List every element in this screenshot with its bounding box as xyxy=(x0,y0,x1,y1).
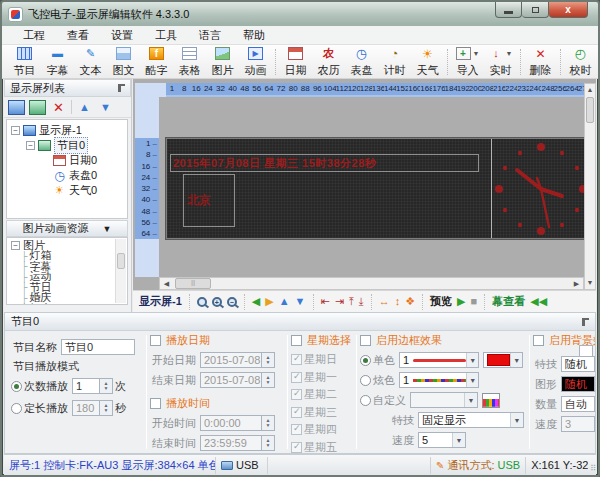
start-date-spinner[interactable]: ▲▼ xyxy=(262,352,275,368)
fixed-length-radio[interactable] xyxy=(11,403,22,414)
vertical-scrollbar[interactable]: ▲ ▼ xyxy=(584,83,596,290)
weather-button[interactable]: 天气 xyxy=(411,46,444,78)
chevron-down-icon[interactable]: ▼ xyxy=(473,50,480,57)
resource-item-灯箱[interactable]: ├灯箱 xyxy=(11,251,127,262)
menu-item-4[interactable]: 语言 xyxy=(188,26,232,45)
align-right-icon[interactable]: ⇥ xyxy=(335,296,344,307)
bg-shape-select[interactable]: 随机 xyxy=(561,376,595,392)
end-date-spinner[interactable]: ▲▼ xyxy=(262,372,275,388)
stretch-vertical-icon[interactable]: ↕ xyxy=(395,296,401,307)
mono-border-select[interactable]: 1 ▼ xyxy=(399,352,479,368)
pin-icon[interactable] xyxy=(582,318,589,326)
end-date-input[interactable]: 2015-07-08 xyxy=(200,372,262,388)
coolfont-button[interactable]: 酷字 xyxy=(140,46,173,78)
weather-item-box[interactable]: 北京 xyxy=(183,174,235,227)
resource-item-运动[interactable]: ├运动 xyxy=(11,272,127,283)
scroll-left-icon[interactable]: ◀ xyxy=(160,278,173,289)
animation-button[interactable]: 动画 xyxy=(239,46,272,78)
border-speed-select[interactable]: 5 ▼ xyxy=(418,432,466,448)
align-bottom-icon[interactable]: ⤓ xyxy=(359,296,364,307)
times-play-radio[interactable] xyxy=(11,381,22,392)
scrollbar-thumb[interactable] xyxy=(117,253,125,269)
move-down-button[interactable] xyxy=(97,100,114,115)
add-program-button[interactable] xyxy=(29,100,46,115)
stretch-full-icon[interactable]: ❖ xyxy=(405,296,415,307)
tree-item-表盘0[interactable]: 表盘0 xyxy=(7,168,127,183)
import-button[interactable]: ▼导入 xyxy=(451,46,484,78)
resource-item-字幕[interactable]: ├字幕 xyxy=(11,261,127,272)
zoom-in-icon[interactable]: + xyxy=(212,297,222,307)
close-button[interactable]: x xyxy=(549,2,588,18)
stretch-horizontal-icon[interactable]: ↔ xyxy=(379,296,390,307)
color-palette-button[interactable] xyxy=(482,393,500,408)
text-button[interactable]: 文本 xyxy=(74,46,107,78)
resource-item-节日[interactable]: ├节日 xyxy=(11,282,127,293)
scroll-right-icon[interactable]: ▶ xyxy=(570,278,583,289)
table-button[interactable]: 表格 xyxy=(173,46,206,78)
fixed-length-spinner[interactable]: ▲▼ xyxy=(100,400,113,416)
week-select-checkbox[interactable] xyxy=(291,335,302,346)
clock-dial-item[interactable] xyxy=(493,140,590,239)
start-date-input[interactable]: 2015-07-08 xyxy=(200,352,262,368)
dazzle-color-radio[interactable] xyxy=(360,375,371,386)
border-fx-select[interactable]: 固定显示 ▼ xyxy=(418,412,524,428)
move-down-icon[interactable]: ▼ xyxy=(295,296,306,307)
end-time-input[interactable]: 23:59:59 xyxy=(200,435,262,451)
picture-button[interactable]: 图片 xyxy=(206,46,239,78)
delete-node-button[interactable] xyxy=(50,100,67,115)
move-left-icon[interactable]: ◀ xyxy=(252,296,260,307)
resource-item-标志[interactable]: ├标志 xyxy=(11,303,127,305)
scrollbar-thumb[interactable] xyxy=(586,97,594,123)
zoom-out-icon[interactable]: − xyxy=(227,297,237,307)
align-left-icon[interactable]: ⇤ xyxy=(321,296,330,307)
move-up-icon[interactable]: ▲ xyxy=(279,296,290,307)
tree-item-日期0[interactable]: 日期0 xyxy=(7,153,127,168)
scrollbar-thumb[interactable]: ⠿ xyxy=(175,278,211,289)
weekday-checkbox-星期日[interactable] xyxy=(291,354,302,365)
tree-item-显示屏-1[interactable]: −显示屏-1 xyxy=(7,123,127,138)
realtime-button[interactable]: ▼实时 xyxy=(484,46,517,78)
menu-item-0[interactable]: 工程 xyxy=(12,26,56,45)
background-color-swatch[interactable] xyxy=(579,345,593,357)
weekday-checkbox-星期三[interactable] xyxy=(291,407,302,418)
horizontal-scrollbar[interactable]: ◀ ⠿ ▶ xyxy=(159,277,584,290)
delete-button[interactable]: 删除 xyxy=(524,46,557,78)
scroll-up-icon[interactable]: ▲ xyxy=(585,84,595,96)
timer-button[interactable]: 计时 xyxy=(378,46,411,78)
weekday-checkbox-星期五[interactable] xyxy=(291,442,302,453)
play-icon[interactable]: ▶ xyxy=(457,296,465,307)
move-right-icon[interactable]: ▶ xyxy=(265,296,273,307)
tree-item-节目0[interactable]: −节目0 xyxy=(7,138,127,153)
resource-scrollbar[interactable] xyxy=(115,239,126,303)
resize-grip[interactable]: ⠿ xyxy=(590,464,596,475)
time-sync-button[interactable]: 校时 xyxy=(564,46,597,78)
date-button[interactable]: 日期 xyxy=(279,46,312,78)
add-screen-button[interactable] xyxy=(8,100,25,115)
program-button[interactable]: 节目 xyxy=(8,46,41,78)
menu-item-1[interactable]: 查看 xyxy=(56,26,100,45)
start-time-spinner[interactable]: ▲▼ xyxy=(262,415,275,431)
background-effect-checkbox[interactable] xyxy=(533,335,544,346)
expand-collapse-icon[interactable]: − xyxy=(11,126,20,135)
minimize-button[interactable] xyxy=(495,2,522,18)
play-time-checkbox[interactable] xyxy=(150,398,161,409)
clock-dial-button[interactable]: 表盘 xyxy=(345,46,378,78)
border-color-select[interactable]: ▼ xyxy=(483,352,523,368)
end-time-spinner[interactable]: ▲▼ xyxy=(262,435,275,451)
start-time-input[interactable]: 0:00:00 xyxy=(200,415,262,431)
tree-item-天气0[interactable]: 天气0 xyxy=(7,183,127,198)
bg-speed-select[interactable]: 3 xyxy=(561,416,595,432)
pictext-button[interactable]: 图文 xyxy=(107,46,140,78)
expand-collapse-icon[interactable]: − xyxy=(11,241,20,250)
dazzle-border-select[interactable]: 1 ▼ xyxy=(399,372,479,388)
chevron-down-icon[interactable]: ▼ xyxy=(506,50,513,57)
expand-collapse-icon[interactable]: − xyxy=(26,141,35,150)
weekday-checkbox-星期二[interactable] xyxy=(291,389,302,400)
menu-item-3[interactable]: 工具 xyxy=(144,26,188,45)
pin-icon[interactable] xyxy=(118,84,125,92)
date-item-box[interactable]: 2015年07月08日 星期三 15时38分28秒 xyxy=(170,154,479,172)
menu-item-5[interactable]: 帮助 xyxy=(232,26,276,45)
stop-icon[interactable]: ■ xyxy=(471,296,478,307)
mono-color-radio[interactable] xyxy=(360,355,371,366)
play-date-checkbox[interactable] xyxy=(150,335,161,346)
